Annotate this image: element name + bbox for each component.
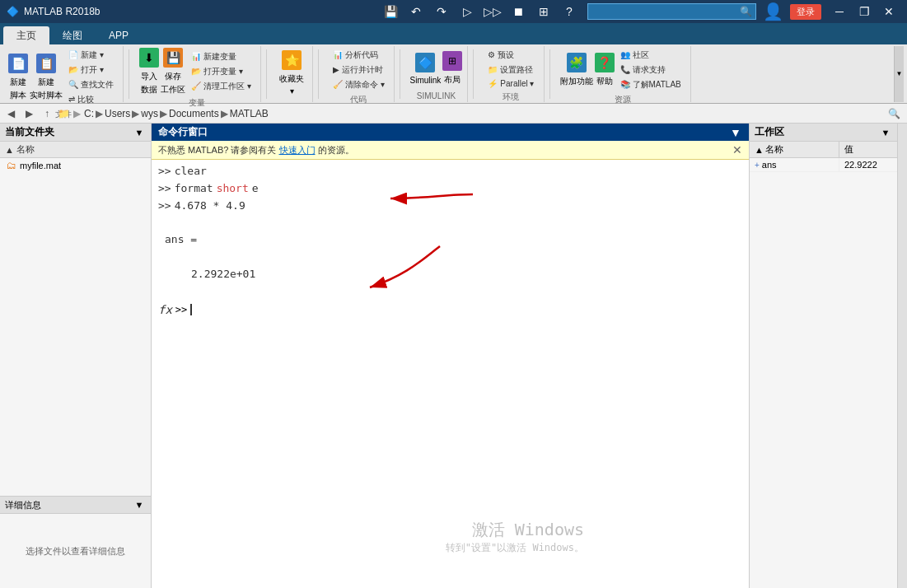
help-btn[interactable]: ?	[558, 0, 581, 23]
file-item[interactable]: 🗂 myfile.mat	[0, 158, 151, 173]
parallel-btn[interactable]: ⚡ Parallel ▾	[484, 77, 538, 90]
command-window-body[interactable]: >> clear >> format short e	[152, 160, 749, 588]
workspace-header: 工作区 ▼	[750, 124, 897, 142]
minimize-button[interactable]: ─	[828, 0, 851, 23]
set-path-btn[interactable]: 📁 设置路径	[484, 63, 538, 77]
new-label: 新建 ▾	[81, 49, 104, 61]
address-bar: ◀ ▶ ↑ 📁 ▶ C: ▶ Users ▶ wys ▶ Documents ▶…	[0, 104, 907, 124]
cmd-blank-2	[158, 249, 742, 266]
path-users[interactable]: Users	[105, 108, 130, 119]
ws-col-value-header: 值	[839, 142, 897, 157]
command-window-panel: 命令行窗口 ▼ 不熟悉 MATLAB? 请参阅有关 快速入门 的资源。 ✕ >>…	[152, 124, 749, 588]
help-label: 帮助	[596, 76, 613, 87]
open-label: 打开 ▾	[81, 64, 104, 76]
login-button[interactable]: 登录	[790, 4, 821, 20]
new-var-btn[interactable]: 📊 新建变量	[187, 49, 255, 64]
ws-sort-icon: ▲	[755, 145, 764, 155]
cmd-input-line[interactable]: fx >>	[158, 303, 742, 316]
title-bar-right: 💾 ↶ ↷ ▷ ▷▷ ⏹ ⊞ ? 🔍 👤 登录 ─ ❐ ✕	[379, 0, 900, 23]
title-bar-left: 🔷 MATLAB R2018b	[7, 6, 101, 17]
run-time-btn[interactable]: ▶ 运行并计时	[329, 63, 389, 77]
forward-btn[interactable]: ▶	[21, 106, 36, 121]
search-container[interactable]: 🔍	[587, 3, 756, 20]
new-var-label: 新建变量	[203, 51, 236, 63]
nav-btn[interactable]: ▷	[456, 0, 479, 23]
notice-prefix: 不熟悉 MATLAB? 请参阅有关	[158, 145, 276, 155]
clear-command-btn[interactable]: 🧹 清除命令 ▾	[329, 77, 389, 92]
new-script-label: 新建	[10, 77, 26, 88]
open-var-btn[interactable]: 📂 打开变量 ▾	[187, 64, 255, 79]
undo-btn[interactable]: ↶	[404, 0, 428, 23]
var-small-group: 📊 新建变量 📂 打开变量 ▾ 🧹 清理工作区 ▾	[187, 49, 255, 94]
analyze-code-btn[interactable]: 📊 分析代码	[329, 48, 389, 63]
path-c[interactable]: C:	[84, 108, 94, 119]
cmd-panel-menu[interactable]: ▼	[729, 126, 742, 139]
stop-btn[interactable]: ⏹	[507, 0, 530, 23]
app-title: MATLAB R2018b	[24, 6, 101, 17]
analyze-icon: 📊	[333, 50, 343, 59]
redo-btn[interactable]: ↷	[430, 0, 453, 23]
up-btn[interactable]: ↑	[40, 106, 54, 121]
variable-group-top: ⬇ 导入 数据 💾 保存 工作区 📊 新建变量 📂 打开变量 ▾ �	[139, 48, 255, 96]
workspace-menu[interactable]: ▼	[879, 126, 892, 139]
ribbon-group-variable: ⬇ 导入 数据 💾 保存 工作区 📊 新建变量 📂 打开变量 ▾ �	[134, 46, 261, 102]
compare-btn[interactable]: ⇌ 比较	[64, 92, 118, 107]
tab-app[interactable]: APP	[96, 26, 142, 44]
back-btn[interactable]: ◀	[3, 106, 18, 121]
notice-close-btn[interactable]: ✕	[732, 143, 742, 156]
cmd-keyword-short: short	[217, 180, 249, 198]
cmd-cursor	[190, 304, 192, 315]
watermark-line2: 转到"设置"以激活 Windows。	[446, 541, 584, 555]
preferences-btn[interactable]: ⚙ 预设	[484, 48, 538, 63]
addr-search-btn[interactable]: 🔍	[884, 106, 904, 121]
cmd-title: 命令行窗口	[158, 125, 208, 139]
divider3	[318, 49, 319, 99]
tab-plot[interactable]: 绘图	[49, 26, 96, 44]
cmd-blank-3	[158, 283, 742, 301]
right-scrollbar[interactable]	[897, 124, 907, 588]
new-live-label2: 实时脚本	[30, 90, 63, 101]
addon-btn[interactable]: 🧩 附加功能	[560, 53, 593, 87]
clear-cmd-icon: 🧹	[333, 80, 343, 89]
path-documents[interactable]: Documents	[169, 108, 219, 119]
save-workspace-btn[interactable]: 💾 保存 工作区	[161, 48, 185, 96]
request-support-btn[interactable]: 📞 请求支持	[616, 63, 685, 77]
open-btn[interactable]: 📂 打开 ▾	[64, 63, 118, 77]
ribbon-group-resources: 🧩 附加功能 ❓ 帮助 👥 社区 📞 请求支持 📚 了解MATLAB	[555, 46, 691, 102]
layout-btn2[interactable]: ⊞ 布局	[442, 51, 462, 86]
ws-cell-name-ans: + ans	[750, 158, 839, 171]
workspace-row-ans[interactable]: + ans 22.9222	[750, 158, 897, 172]
code-small-group: 📊 分析代码 ▶ 运行并计时 🧹 清除命令 ▾	[329, 48, 389, 92]
favorites-label2: ▾	[290, 86, 294, 96]
details-panel-menu[interactable]: ▼	[133, 498, 146, 511]
find-files-btn[interactable]: 🔍 查找文件	[64, 77, 118, 92]
save-quick-btn[interactable]: 💾	[379, 0, 402, 23]
tab-home[interactable]: 主页	[3, 26, 49, 44]
search-input[interactable]	[591, 7, 740, 16]
new-script-btn[interactable]: 📄 新建 脚本	[8, 54, 28, 101]
mat-file-icon: 🗂	[7, 160, 16, 171]
clear-workspace-btn[interactable]: 🧹 清理工作区 ▾	[187, 79, 255, 94]
ribbon-scroll-btn[interactable]: ▼	[894, 46, 904, 102]
folder-panel-menu[interactable]: ▼	[133, 126, 146, 139]
path-user[interactable]: wys	[141, 108, 158, 119]
community-btn[interactable]: 👥 社区	[616, 48, 685, 63]
path-matlab[interactable]: MATLAB	[230, 108, 269, 119]
help-ribbon-btn[interactable]: ❓ 帮助	[595, 53, 615, 87]
layout-btn[interactable]: ⊞	[532, 0, 555, 23]
close-button[interactable]: ✕	[877, 0, 900, 23]
cmd-line-2: >> format short e	[158, 180, 742, 198]
search-icon: 🔍	[740, 6, 752, 17]
restore-button[interactable]: ❐	[853, 0, 876, 23]
new-live-script-btn[interactable]: 📋 新建 实时脚本	[30, 54, 63, 101]
import-data-btn[interactable]: ⬇ 导入 数据	[139, 48, 159, 96]
favorites-btn[interactable]: ⭐ 收藏夹 ▾	[279, 50, 304, 96]
new-btn[interactable]: 📄 新建 ▾	[64, 48, 118, 63]
nav2-btn[interactable]: ▷▷	[481, 0, 504, 23]
notice-link[interactable]: 快速入门	[279, 145, 316, 155]
ribbon-group-simulink: 🔷 Simulink ⊞ 布局 SIMULINK	[405, 46, 469, 102]
simulink-btn[interactable]: 🔷 Simulink	[410, 53, 442, 85]
learn-matlab-btn[interactable]: 📚 了解MATLAB	[616, 77, 685, 92]
address-path[interactable]: C: ▶ Users ▶ wys ▶ Documents ▶ MATLAB	[84, 108, 881, 119]
analyze-label: 分析代码	[345, 49, 378, 61]
